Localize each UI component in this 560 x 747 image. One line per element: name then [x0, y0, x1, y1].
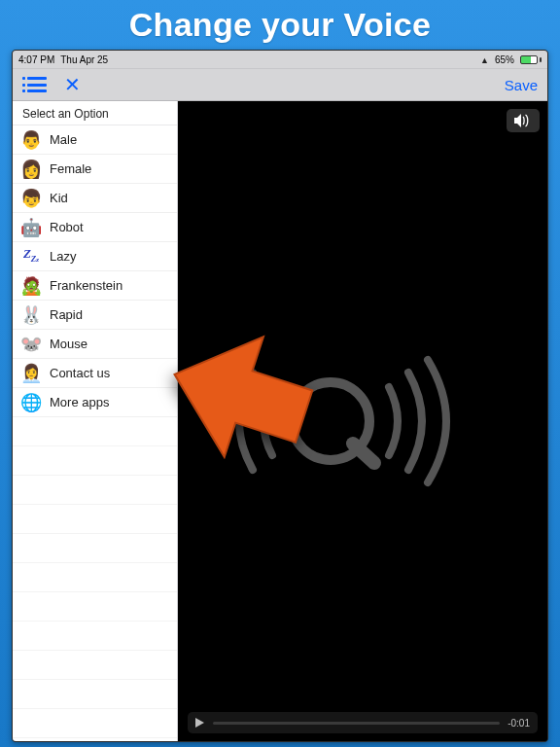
mouse-icon: 🐭 — [20, 334, 42, 355]
sidebar-item-label: Rapid — [50, 307, 83, 322]
robot-icon: 🤖 — [20, 217, 42, 238]
video-content: -0:01 — [178, 101, 547, 741]
sidebar-item-label: Contact us — [50, 366, 110, 380]
device-frame: 4:07 PM Thu Apr 25 65% ✕ Save — [12, 50, 548, 742]
sidebar-item-label: Kid — [50, 191, 68, 205]
sidebar-item-more-apps[interactable]: 🌐More apps — [13, 388, 177, 417]
lazy-icon: ZZz — [20, 246, 42, 267]
sidebar-item-frankenstein[interactable]: 🧟Frankenstein — [13, 271, 177, 301]
list-icon[interactable] — [27, 77, 47, 92]
more-apps-icon: 🌐 — [20, 392, 42, 413]
broadcast-logo-icon — [228, 348, 452, 494]
playback-bar[interactable]: -0:01 — [188, 712, 538, 733]
status-date: Thu Apr 25 — [60, 54, 108, 65]
sidebar-item-rapid[interactable]: 🐰Rapid — [13, 301, 177, 330]
promo-background: Change your Voice 4:07 PM Thu Apr 25 65% — [0, 0, 560, 747]
male-icon: 👨 — [20, 129, 42, 151]
kid-icon: 👦 — [20, 188, 42, 209]
wifi-icon — [480, 54, 489, 65]
sidebar-item-label: More apps — [50, 395, 109, 409]
speaker-button[interactable] — [507, 109, 540, 132]
sidebar-item-lazy[interactable]: ZZzLazy — [13, 242, 177, 271]
close-button[interactable]: ✕ — [64, 75, 81, 94]
rapid-icon: 🐰 — [20, 304, 42, 326]
sidebar-item-label: Robot — [50, 220, 84, 234]
sidebar: Select an Option 👨Male👩Female👦Kid🤖RobotZ… — [13, 101, 178, 741]
sidebar-item-contact-us[interactable]: 👩‍💼Contact us — [13, 359, 177, 388]
sidebar-item-label: Male — [50, 132, 77, 147]
contact-us-icon: 👩‍💼 — [20, 363, 42, 384]
time-remaining: -0:01 — [508, 718, 530, 729]
sidebar-item-robot[interactable]: 🤖Robot — [13, 213, 177, 242]
frankenstein-icon: 🧟 — [20, 275, 42, 297]
sidebar-item-label: Female — [50, 161, 91, 176]
sidebar-item-kid[interactable]: 👦Kid — [13, 184, 177, 213]
sidebar-filler — [13, 417, 177, 738]
sidebar-item-male[interactable]: 👨Male — [13, 125, 177, 155]
sidebar-item-female[interactable]: 👩Female — [13, 155, 177, 184]
sidebar-header: Select an Option — [13, 101, 177, 125]
save-button[interactable]: Save — [505, 77, 538, 93]
toolbar: ✕ Save — [13, 68, 547, 101]
battery-percent: 65% — [495, 54, 514, 65]
promo-title: Change your Voice — [129, 6, 432, 44]
progress-track[interactable] — [213, 722, 500, 725]
play-icon[interactable] — [195, 718, 205, 728]
female-icon: 👩 — [20, 159, 42, 180]
sidebar-item-mouse[interactable]: 🐭Mouse — [13, 330, 177, 359]
sidebar-item-label: Mouse — [50, 337, 88, 351]
sidebar-options: 👨Male👩Female👦Kid🤖RobotZZzLazy🧟Frankenste… — [13, 125, 177, 417]
battery-icon — [520, 55, 542, 64]
status-time: 4:07 PM — [18, 54, 54, 65]
main-area: Select an Option 👨Male👩Female👦Kid🤖RobotZ… — [13, 101, 547, 741]
svg-line-1 — [353, 444, 374, 463]
status-bar: 4:07 PM Thu Apr 25 65% — [13, 51, 547, 68]
sidebar-item-label: Frankenstein — [50, 278, 122, 293]
sidebar-item-label: Lazy — [50, 249, 76, 264]
